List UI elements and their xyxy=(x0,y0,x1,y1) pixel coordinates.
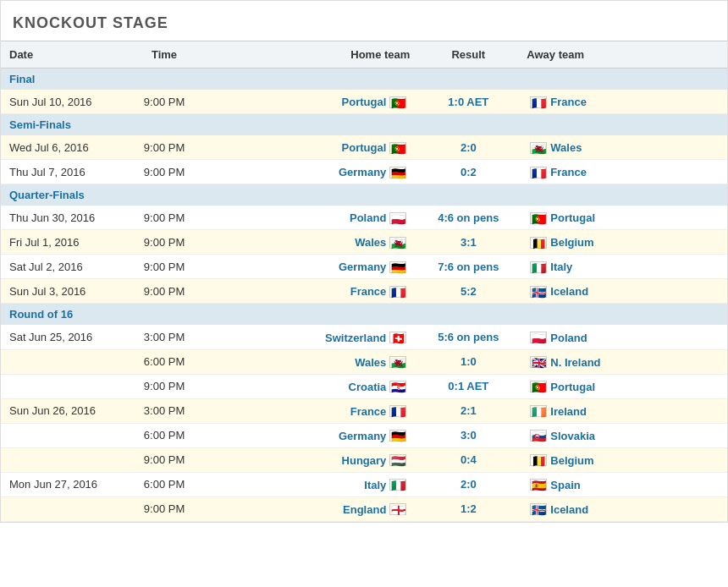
date-cell: Mon Jun 27, 2016 xyxy=(1,472,128,496)
date-cell: Thu Jul 7, 2016 xyxy=(1,160,128,184)
home-team-cell: Wales🏴󠁧󠁢󠁷󠁬󠁳󠁿 xyxy=(201,349,418,374)
time-cell: 6:00 PM xyxy=(128,349,201,374)
away-team-name: Belgium xyxy=(550,454,593,467)
header-time: Time xyxy=(128,41,201,69)
table-row: 9:00 PMEngland🏴󠁧󠁢󠁥󠁮󠁧󠁿1:2🇮🇸Iceland xyxy=(1,496,727,521)
home-team-cell: Poland🇵🇱 xyxy=(201,206,418,230)
home-team-cell: Germany🇩🇪 xyxy=(201,160,418,184)
time-cell: 9:00 PM xyxy=(128,206,201,230)
time-cell: 9:00 PM xyxy=(128,374,201,398)
result-cell: 5:2 xyxy=(418,279,518,304)
home-flag-icon: 🇵🇹 xyxy=(389,96,406,108)
result-cell: 1:0 AET xyxy=(418,90,518,114)
table-row: Thu Jun 30, 20169:00 PMPoland🇵🇱4:6 on pe… xyxy=(1,206,727,230)
away-team-name: Poland xyxy=(550,332,587,344)
home-team-cell: France🇫🇷 xyxy=(201,279,418,304)
home-team-cell: Germany🇩🇪 xyxy=(201,255,418,279)
away-flag-icon: 🏴󠁧󠁢󠁷󠁬󠁳󠁿 xyxy=(530,142,547,154)
home-team-cell: Croatia🇭🇷 xyxy=(201,374,418,398)
away-team-cell: 🇵🇹Portugal xyxy=(518,206,727,230)
home-flag-icon: 🏴󠁧󠁢󠁷󠁬󠁳󠁿 xyxy=(389,237,406,249)
date-cell xyxy=(1,423,128,447)
date-cell: Thu Jun 30, 2016 xyxy=(1,206,128,230)
knockout-table: Date Time Home team Result Away team Fin… xyxy=(1,41,727,522)
home-flag-icon: 🇵🇹 xyxy=(389,142,406,154)
home-flag-icon: 🇨🇭 xyxy=(389,332,406,343)
home-team-name: Switzerland xyxy=(325,332,386,344)
result-cell: 1:0 xyxy=(418,349,518,374)
away-team-name: Spain xyxy=(550,479,580,491)
result-cell: 3:0 xyxy=(418,423,518,447)
home-team-name: Germany xyxy=(339,261,386,273)
home-team-name: Portugal xyxy=(342,96,387,108)
away-flag-icon: 🇵🇱 xyxy=(530,332,547,343)
home-team-cell: Switzerland🇨🇭 xyxy=(201,325,418,349)
home-team-cell: Portugal🇵🇹 xyxy=(201,90,418,114)
home-flag-icon: 🇩🇪 xyxy=(389,261,406,273)
home-team-name: Croatia xyxy=(349,381,387,393)
table-row: Thu Jul 7, 20169:00 PMGermany🇩🇪0:2🇫🇷Fran… xyxy=(1,160,727,184)
away-team-name: France xyxy=(550,96,587,108)
page-title: KNOCKOUT STAGE xyxy=(1,9,727,41)
page-container: KNOCKOUT STAGE Date Time Home team Resul… xyxy=(0,0,728,523)
home-team-name: Germany xyxy=(339,166,386,178)
away-team-name: Italy xyxy=(550,261,572,273)
table-row: Mon Jun 27, 20166:00 PMItaly🇮🇹2:0🇪🇸Spain xyxy=(1,472,727,496)
time-cell: 3:00 PM xyxy=(128,325,201,349)
date-cell: Wed Jul 6, 2016 xyxy=(1,135,128,160)
away-flag-icon: 🇫🇷 xyxy=(530,167,547,178)
home-team-cell: Hungary🇭🇺 xyxy=(201,447,418,472)
home-team-cell: Germany🇩🇪 xyxy=(201,423,418,447)
home-team-name: Hungary xyxy=(342,454,387,467)
away-team-name: Ireland xyxy=(550,405,587,418)
home-flag-icon: 🇫🇷 xyxy=(389,405,406,417)
header-home: Home team xyxy=(201,41,418,69)
away-flag-icon: 🇫🇷 xyxy=(530,96,547,108)
time-cell: 9:00 PM xyxy=(128,90,201,114)
table-row: Sun Jul 10, 20169:00 PMPortugal🇵🇹1:0 AET… xyxy=(1,90,727,114)
table-row: Sun Jul 3, 20169:00 PMFrance🇫🇷5:2🇮🇸Icela… xyxy=(1,279,727,304)
time-cell: 9:00 PM xyxy=(128,135,201,160)
home-flag-icon: 🇵🇱 xyxy=(389,212,406,224)
table-row: 6:00 PMWales🏴󠁧󠁢󠁷󠁬󠁳󠁿1:0🇬🇧N. Ireland xyxy=(1,349,727,374)
section-header: Quarter-Finals xyxy=(1,184,727,206)
away-team-cell: 🇪🇸Spain xyxy=(518,472,727,496)
time-cell: 9:00 PM xyxy=(128,255,201,279)
home-flag-icon: 🇭🇺 xyxy=(389,454,406,466)
away-team-name: N. Ireland xyxy=(550,356,600,369)
away-team-cell: 🇧🇪Belgium xyxy=(518,447,727,472)
result-cell: 0:1 AET xyxy=(418,374,518,398)
date-cell xyxy=(1,496,128,521)
home-team-name: Portugal xyxy=(342,141,387,154)
home-team-name: France xyxy=(350,405,387,418)
table-row: Fri Jul 1, 20169:00 PMWales🏴󠁧󠁢󠁷󠁬󠁳󠁿3:1🇧🇪B… xyxy=(1,230,727,255)
home-team-name: Germany xyxy=(339,430,386,442)
time-cell: 6:00 PM xyxy=(128,472,201,496)
header-date: Date xyxy=(1,41,128,69)
away-flag-icon: 🇪🇸 xyxy=(530,479,547,491)
header-away: Away team xyxy=(518,41,727,69)
date-cell: Fri Jul 1, 2016 xyxy=(1,230,128,255)
result-cell: 1:2 xyxy=(418,496,518,521)
home-flag-icon: 🇮🇹 xyxy=(389,479,406,491)
away-team-name: Portugal xyxy=(550,211,595,224)
away-team-name: Wales xyxy=(550,141,582,154)
away-flag-icon: 🇬🇧 xyxy=(530,356,547,368)
away-team-cell: 🇮🇪Ireland xyxy=(518,398,727,423)
home-flag-icon: 🇫🇷 xyxy=(389,286,406,298)
table-row: 9:00 PMCroatia🇭🇷0:1 AET🇵🇹Portugal xyxy=(1,374,727,398)
home-flag-icon: 🇭🇷 xyxy=(389,381,406,392)
away-team-cell: 🇮🇸Iceland xyxy=(518,279,727,304)
time-cell: 9:00 PM xyxy=(128,496,201,521)
time-cell: 9:00 PM xyxy=(128,230,201,255)
result-cell: 3:1 xyxy=(418,230,518,255)
home-flag-icon: 🇩🇪 xyxy=(389,430,406,442)
away-flag-icon: 🇧🇪 xyxy=(530,454,547,466)
away-team-cell: 🏴󠁧󠁢󠁷󠁬󠁳󠁿Wales xyxy=(518,135,727,160)
home-team-name: Wales xyxy=(355,236,386,249)
time-cell: 9:00 PM xyxy=(128,279,201,304)
away-team-cell: 🇫🇷France xyxy=(518,160,727,184)
date-cell: Sun Jun 26, 2016 xyxy=(1,398,128,423)
home-team-cell: France🇫🇷 xyxy=(201,398,418,423)
home-team-cell: Italy🇮🇹 xyxy=(201,472,418,496)
